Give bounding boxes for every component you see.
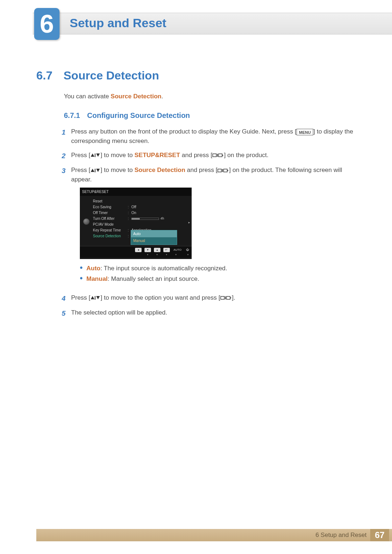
bullet-list: •Auto: The input source is automatically…: [80, 263, 356, 284]
text: ] on the product.: [224, 152, 269, 159]
step-body: Press [] to move to SETUP&RESET and pres…: [71, 151, 356, 161]
subsection-title: Configuring Source Detection: [87, 111, 190, 120]
osd-footer: ◂ ▾ ▴ ↵ AUTO ⏻: [80, 246, 192, 253]
svg-rect-1: [95, 153, 95, 157]
svg-rect-11: [222, 169, 223, 172]
colon: :: [128, 204, 131, 210]
svg-rect-18: [225, 296, 226, 299]
step-number: 3: [62, 165, 71, 289]
svg-marker-7: [91, 169, 94, 172]
highlight: Source Detection: [134, 167, 185, 173]
intro-before: You can activate: [64, 93, 111, 100]
dropdown-item-manual: Manual: [131, 237, 177, 245]
step-4: 4 Press [] to move to the option you wan…: [62, 293, 356, 304]
osd-label: Off Timer: [93, 210, 128, 216]
osd-label: Turn Off After: [93, 216, 128, 222]
osd-panel: SETUP&RESET Reset Eco Saving:Off Off Tim…: [80, 188, 192, 259]
menu-button-chip: MENU: [297, 129, 313, 135]
text: ] to move to: [101, 152, 135, 159]
text: and press [: [180, 152, 212, 159]
section-title: Source Detection: [64, 69, 159, 82]
svg-rect-19: [226, 296, 230, 299]
step-3: 3 Press [] to move to Source Detection a…: [62, 165, 356, 289]
step-number: 4: [62, 293, 71, 304]
svg-rect-3: [213, 154, 216, 157]
text: ] to move to the option you want and pre…: [101, 294, 220, 301]
step-5: 5 The selected option will be applied.: [62, 308, 356, 319]
svg-marker-14: [91, 296, 94, 299]
enter-source-icon: [220, 295, 232, 301]
svg-rect-12: [224, 169, 227, 172]
step-number: 2: [62, 151, 71, 161]
caret-right-icon: ▸: [188, 220, 190, 225]
osd-row-pcav: PC/AV Mode: [91, 221, 190, 227]
step-body: Press [] to move to the option you want …: [71, 293, 356, 304]
text: Press [: [71, 167, 90, 173]
svg-marker-6: [222, 155, 224, 156]
enter-source-icon: [212, 153, 224, 158]
step-number: 5: [62, 308, 71, 319]
osd-row-offtimer: Off Timer:On: [91, 210, 190, 216]
svg-rect-8: [95, 169, 95, 172]
page-number: 67: [370, 529, 389, 541]
osd-icon-column: [81, 198, 91, 245]
svg-marker-2: [96, 153, 100, 157]
step-body: The selected option will be applied.: [71, 308, 356, 319]
osd-row-eco: Eco Saving:Off: [91, 204, 190, 210]
osd-value: On: [131, 210, 190, 216]
step-body: Press any button on the front of the pro…: [71, 127, 356, 146]
bullet-highlight: Auto: [86, 265, 101, 272]
bullet-dot-icon: •: [80, 275, 86, 282]
svg-rect-10: [218, 169, 221, 172]
bullet-highlight: Manual: [86, 275, 108, 282]
svg-rect-15: [95, 296, 95, 300]
osd-value: 4h: [131, 216, 190, 221]
text: and press [: [185, 167, 217, 173]
osd-footer-carets: ▾▾▾▾ ▾: [80, 253, 192, 258]
svg-rect-4: [217, 154, 218, 157]
back-icon: ◂: [135, 248, 142, 252]
intro-highlight: Source Detection: [111, 93, 162, 100]
osd-title: SETUP&RESET: [80, 188, 192, 196]
svg-marker-20: [230, 297, 232, 299]
footer-text: 6 Setup and Reset: [315, 532, 367, 539]
step-body: Press [] to move to Source Detection and…: [71, 165, 356, 289]
step-2: 2 Press [] to move to SETUP&RESET and pr…: [62, 151, 356, 161]
osd-row-turnoff: Turn Off After:4h: [91, 216, 190, 221]
enter-source-icon: [217, 168, 229, 173]
text: Press [: [71, 152, 90, 159]
subsection-number: 6.7.1: [64, 111, 80, 120]
bullet-text: : The input source is automatically reco…: [101, 265, 227, 272]
svg-rect-17: [221, 296, 224, 299]
osd-value: Off: [131, 204, 190, 210]
section-number: 6.7: [36, 69, 52, 82]
svg-marker-0: [91, 153, 94, 157]
dropdown-item-auto: Auto: [131, 230, 177, 238]
colon: :: [128, 216, 131, 222]
osd-row-reset: Reset: [91, 198, 190, 204]
chapter-number-badge: 6: [34, 8, 60, 40]
up-down-icon: [90, 168, 101, 173]
text: ] to move to: [101, 167, 135, 173]
svg-marker-16: [96, 296, 100, 299]
highlight: SETUP&RESET: [134, 152, 180, 159]
power-icon: ⏻: [185, 248, 189, 252]
chapter-title: Setup and Reset: [70, 16, 166, 30]
bullet-dot-icon: •: [80, 264, 86, 271]
bullet-auto: •Auto: The input source is automatically…: [80, 263, 356, 274]
bullet-text: : Manually select an input source.: [108, 275, 199, 282]
osd-label: Eco Saving: [93, 204, 128, 210]
auto-label: AUTO: [173, 248, 182, 252]
text: Press [: [71, 294, 90, 301]
up-down-icon: [90, 295, 101, 301]
intro-after: .: [162, 93, 163, 100]
svg-marker-9: [96, 169, 100, 172]
bullet-manual: •Manual: Manually select an input source…: [80, 274, 356, 284]
down-icon: ▾: [144, 248, 151, 252]
enter-icon: ↵: [163, 248, 170, 252]
osd-screenshot: SETUP&RESET Reset Eco Saving:Off Off Tim…: [80, 188, 356, 259]
colon: :: [128, 210, 131, 216]
svg-marker-13: [227, 170, 229, 171]
page-footer: 6 Setup and Reset 67: [36, 529, 392, 541]
up-icon: ▴: [154, 248, 160, 252]
